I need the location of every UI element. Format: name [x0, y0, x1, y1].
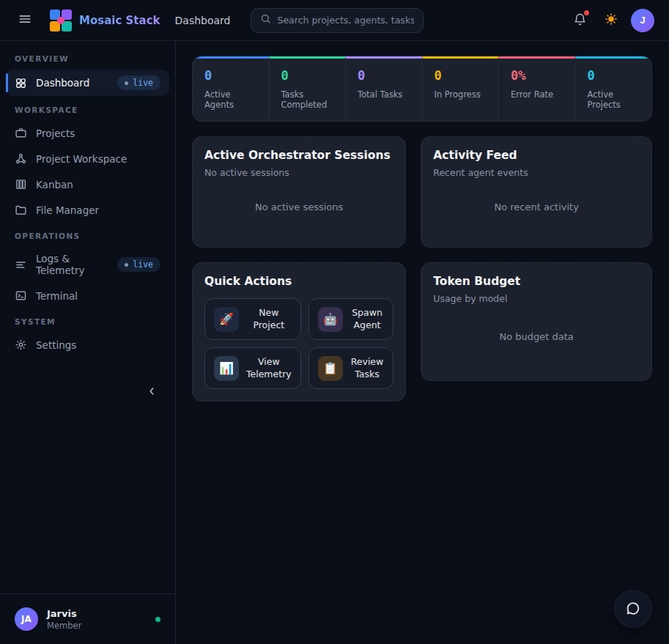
card-title: Token Budget	[433, 275, 640, 288]
stat-value: 0	[204, 68, 257, 83]
action-label: Spawn Agent	[350, 307, 385, 332]
global-search	[251, 8, 424, 33]
spawn-agent-button[interactable]: 🤖 Spawn Agent	[308, 298, 394, 340]
search-input[interactable]	[277, 15, 414, 26]
stat-label: Tasks Completed	[281, 89, 334, 110]
sidebar-item-label: Kanban	[36, 179, 73, 190]
new-project-button[interactable]: 🚀 New Project	[204, 298, 301, 340]
stat-active-projects: 0 Active Projects	[575, 56, 652, 121]
card-subtitle: Recent agent events	[433, 167, 640, 178]
empty-state: No recent activity	[433, 178, 640, 235]
chat-bubble-icon	[625, 600, 641, 618]
topbar-actions: J	[569, 8, 654, 33]
notification-dot	[584, 10, 589, 15]
user-avatar-initials: JA	[15, 607, 38, 631]
search-icon	[260, 13, 271, 27]
card-title: Activity Feed	[433, 149, 640, 162]
sidebar-item-label: Terminal	[36, 290, 78, 302]
clipboard-icon: 📋	[318, 356, 343, 381]
stat-value: 0	[281, 68, 334, 83]
top-bar: Mosaic Stack Dashboard J	[0, 0, 669, 41]
action-label: New Project	[246, 307, 292, 332]
main-content: 0 Active Agents 0 Tasks Completed 0 Tota…	[176, 41, 669, 644]
card-subtitle: Usage by model	[433, 293, 640, 304]
stat-value: 0	[435, 68, 487, 83]
hamburger-icon	[18, 12, 32, 29]
sidebar-item-label: Logs & Telemetry	[36, 253, 108, 276]
stat-total-tasks: 0 Total Tasks	[345, 56, 422, 121]
stat-active-agents: 0 Active Agents	[193, 56, 269, 121]
folder-icon	[15, 204, 27, 216]
log-lines-icon	[15, 259, 27, 271]
theme-toggle-button[interactable]	[600, 8, 622, 32]
section-label-system: SYSTEM	[0, 308, 175, 332]
kanban-columns-icon	[15, 178, 27, 190]
empty-state: No active sessions	[204, 178, 393, 235]
chat-fab-button[interactable]	[614, 590, 652, 628]
user-profile[interactable]: JA Jarvis Member	[0, 593, 175, 644]
action-label: View Telemetry	[246, 356, 292, 381]
activity-feed-card: Activity Feed Recent agent events No rec…	[421, 136, 652, 248]
stat-tasks-completed: 0 Tasks Completed	[269, 56, 346, 121]
sidebar-item-kanban[interactable]: Kanban	[6, 172, 169, 196]
stat-value: 0	[588, 68, 640, 83]
view-telemetry-button[interactable]: 📊 View Telemetry	[204, 347, 301, 389]
user-avatar[interactable]: J	[631, 9, 654, 32]
gear-icon	[15, 338, 27, 351]
sidebar-item-label: File Manager	[36, 204, 99, 216]
section-label-workspace: WORKSPACE	[0, 97, 175, 120]
sidebar-item-projects[interactable]: Projects	[6, 121, 169, 145]
sidebar-item-dashboard[interactable]: Dashboard live	[6, 70, 169, 96]
sidebar-collapse-button[interactable]	[143, 382, 160, 402]
live-badge: live	[117, 75, 160, 90]
brand[interactable]: Mosaic Stack	[50, 10, 160, 32]
stat-label: Active Agents	[204, 89, 257, 110]
sidebar-item-project-workspace[interactable]: Project Workspace	[6, 147, 169, 171]
cards-row-2: Quick Actions 🚀 New Project 🤖 Spawn Agen…	[192, 262, 652, 401]
sidebar-item-file-manager[interactable]: File Manager	[6, 198, 169, 222]
live-badge: live	[117, 257, 160, 272]
online-status-dot	[155, 617, 160, 622]
robot-icon: 🤖	[318, 307, 343, 332]
sidebar-item-label: Projects	[36, 127, 75, 139]
stat-label: In Progress	[435, 89, 487, 100]
chevron-left-icon	[146, 385, 158, 399]
nodes-icon	[15, 152, 27, 165]
user-name: Jarvis	[47, 608, 81, 619]
breadcrumb: Dashboard	[175, 15, 231, 26]
sidebar: OVERVIEW Dashboard live WORKSPACE Projec…	[0, 41, 176, 644]
rocket-icon: 🚀	[214, 307, 239, 332]
stat-value: 0%	[511, 68, 563, 83]
brand-title: Mosaic Stack	[79, 14, 160, 27]
action-label: Review Tasks	[350, 356, 385, 381]
sidebar-item-settings[interactable]: Settings	[6, 333, 169, 357]
briefcase-icon	[15, 127, 27, 139]
card-title: Active Orchestrator Sessions	[204, 149, 393, 162]
stats-row: 0 Active Agents 0 Tasks Completed 0 Tota…	[192, 56, 652, 122]
sessions-card: Active Orchestrator Sessions No active s…	[192, 136, 406, 248]
card-subtitle: No active sessions	[204, 167, 393, 178]
empty-state: No budget data	[433, 304, 640, 369]
cards-row-1: Active Orchestrator Sessions No active s…	[192, 136, 652, 248]
stat-label: Total Tasks	[358, 89, 410, 100]
section-label-overview: OVERVIEW	[0, 45, 175, 69]
mosaic-logo-icon	[50, 10, 72, 32]
sidebar-item-logs-telemetry[interactable]: Logs & Telemetry live	[6, 247, 169, 282]
notifications-button[interactable]	[569, 8, 591, 33]
dashboard-grid-icon	[15, 77, 27, 89]
sidebar-item-terminal[interactable]: Terminal	[6, 284, 169, 308]
user-role: Member	[47, 621, 81, 631]
bar-chart-icon: 📊	[214, 356, 239, 381]
sidebar-item-label: Settings	[36, 339, 76, 351]
stat-in-progress: 0 In Progress	[422, 56, 499, 121]
hamburger-menu-button[interactable]	[13, 7, 37, 33]
section-label-operations: OPERATIONS	[0, 223, 175, 246]
active-indicator	[6, 73, 8, 92]
terminal-icon	[15, 289, 27, 302]
quick-actions-grid: 🚀 New Project 🤖 Spawn Agent 📊 View Telem…	[204, 298, 393, 389]
live-dot-icon	[125, 81, 128, 85]
sidebar-item-label: Project Workspace	[36, 153, 127, 165]
review-tasks-button[interactable]: 📋 Review Tasks	[308, 347, 394, 389]
stat-label: Error Rate	[511, 89, 563, 100]
sidebar-item-label: Dashboard	[36, 77, 89, 89]
